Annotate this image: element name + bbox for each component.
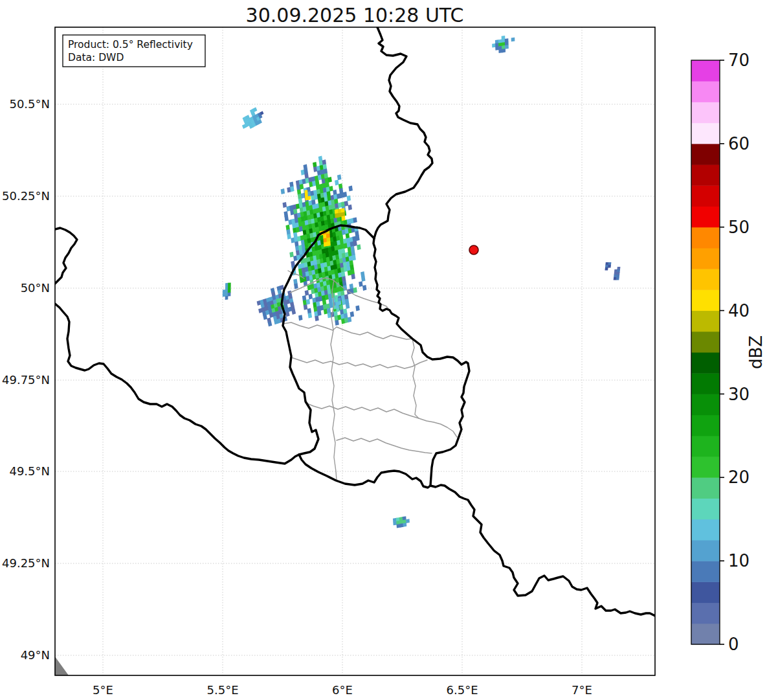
colorbar-segment xyxy=(691,373,720,394)
canton-border xyxy=(412,339,419,418)
country-border xyxy=(374,27,432,238)
colorbar-segment xyxy=(691,499,720,520)
canton-border xyxy=(283,322,412,339)
colorbar-segment xyxy=(691,352,720,374)
colorbar-tick-label: 10 xyxy=(728,551,750,570)
echo-east-speck-1 xyxy=(605,262,611,271)
info-box-data-line: Data: DWD xyxy=(68,52,124,63)
x-tick-label: 5°E xyxy=(93,683,113,697)
y-tick-label: 50.5°N xyxy=(9,97,50,111)
figure-title: 30.09.2025 10:28 UTC xyxy=(246,4,464,27)
y-tick-label: 49°N xyxy=(21,648,50,662)
echo-north-blob xyxy=(492,34,515,54)
colorbar-segment xyxy=(691,289,720,311)
echo-nw-patch xyxy=(238,107,262,131)
colorbar-segment xyxy=(691,227,720,249)
y-tick-label: 50.25°N xyxy=(2,189,50,203)
colorbar-tick-label: 20 xyxy=(728,468,750,487)
colorbar-segment xyxy=(691,457,720,478)
y-tick-label: 50°N xyxy=(21,281,50,295)
colorbar-segment xyxy=(691,311,720,332)
x-tick-label: 6.5°E xyxy=(447,683,478,697)
colorbar-segment xyxy=(691,123,720,144)
colorbar-segment xyxy=(691,207,720,228)
colorbar-segment xyxy=(691,102,720,123)
colorbar-segment xyxy=(691,394,720,415)
colorbar-segment xyxy=(691,477,720,499)
colorbar-tick-label: 40 xyxy=(728,301,750,321)
echo-west-cluster xyxy=(255,283,296,329)
colorbar-tick-label: 50 xyxy=(728,218,750,237)
map-canvas: 5°E5.5°E6°E6.5°E7°E50.5°N50.25°N50°N49.7… xyxy=(0,0,778,700)
country-border xyxy=(430,485,655,616)
colorbar-segment xyxy=(691,60,720,82)
colorbar-segment xyxy=(691,332,720,353)
colorbar-segment xyxy=(691,164,720,186)
colorbar-segment xyxy=(691,581,720,603)
radar-echo-layer xyxy=(223,34,621,529)
y-tick-label: 49.25°N xyxy=(2,556,50,570)
colorbar-segment xyxy=(691,624,720,645)
colorbar-segment xyxy=(691,603,720,624)
colorbar-segment xyxy=(691,269,720,290)
info-box-product-line: Product: 0.5° Reflectivity xyxy=(68,39,193,51)
colorbar: 010203040506070 xyxy=(691,51,750,654)
x-tick-label: 7°E xyxy=(572,683,592,697)
colorbar-axis-label: dBZ xyxy=(746,335,766,369)
colorbar-segment xyxy=(691,415,720,436)
colorbar-tick-label: 0 xyxy=(728,635,739,654)
colorbar-segment xyxy=(691,436,720,457)
colorbar-segment xyxy=(691,540,720,561)
echo-east-speck-2 xyxy=(614,267,621,280)
colorbar-segment xyxy=(691,519,720,541)
y-tick-label: 49.5°N xyxy=(9,464,50,478)
colorbar-segment xyxy=(691,248,720,269)
colorbar-segment xyxy=(691,185,720,207)
x-tick-label: 5.5°E xyxy=(207,683,239,697)
x-tick-label: 6°E xyxy=(332,683,353,697)
colorbar-tick-label: 30 xyxy=(728,385,750,404)
colorbar-segment xyxy=(691,81,720,102)
country-border xyxy=(55,228,77,284)
colorbar-tick-label: 60 xyxy=(728,134,750,153)
echo-west-small xyxy=(223,282,231,300)
colorbar-tick-label: 70 xyxy=(728,51,750,70)
colorbar-segment xyxy=(691,561,720,582)
canton-border xyxy=(337,438,432,453)
country-borders-layer xyxy=(55,27,655,616)
y-tick-label: 49.75°N xyxy=(2,373,50,387)
canton-border xyxy=(306,403,457,437)
country-border xyxy=(55,304,299,464)
radar-site-marker xyxy=(469,245,478,254)
canton-border xyxy=(291,357,427,368)
echo-south-small xyxy=(393,515,410,528)
colorbar-segment xyxy=(691,144,720,165)
corner-wedge xyxy=(55,657,69,675)
radar-figure: 5°E5.5°E6°E6.5°E7°E50.5°N50.25°N50°N49.7… xyxy=(0,0,778,700)
